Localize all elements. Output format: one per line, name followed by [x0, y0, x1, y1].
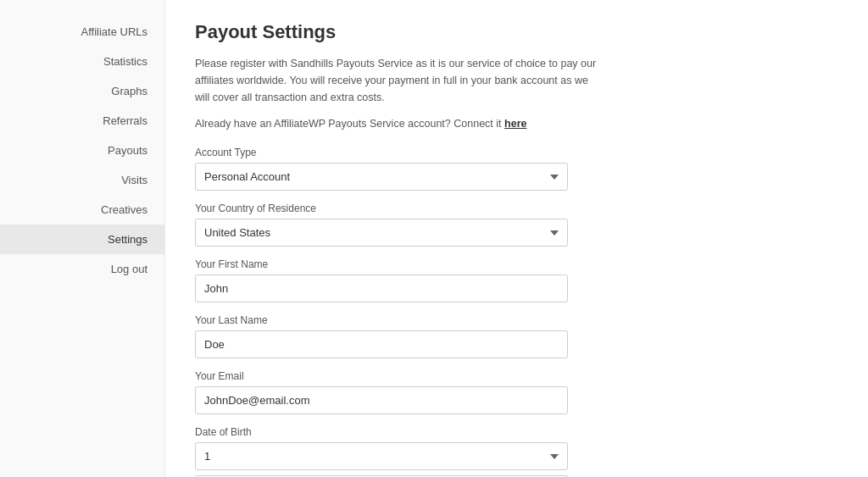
last-name-input[interactable]	[195, 330, 568, 358]
first-name-input[interactable]	[195, 275, 568, 302]
email-input[interactable]	[195, 386, 568, 414]
account-type-label: Account Type	[195, 147, 838, 158]
dob-group: Date of Birth 12345 678910 1520253031 Ja…	[195, 426, 838, 477]
dob-day-select[interactable]: 12345 678910 1520253031	[195, 442, 568, 470]
first-name-label: Your First Name	[195, 258, 838, 270]
description-text: Please register with Sandhills Payouts S…	[195, 55, 602, 106]
page-title: Payout Settings	[195, 21, 838, 43]
account-type-group: Account Type Personal Account Business A…	[195, 147, 838, 191]
sidebar: Affiliate URLs Statistics Graphs Referra…	[0, 0, 165, 477]
dob-label: Date of Birth	[195, 426, 838, 438]
sidebar-item-affiliate-urls[interactable]: Affiliate URLs	[0, 17, 164, 47]
sidebar-item-settings[interactable]: Settings	[0, 225, 164, 254]
connect-link-text: Already have an AffiliateWP Payouts Serv…	[195, 118, 838, 130]
sidebar-item-statistics[interactable]: Statistics	[0, 47, 164, 76]
connect-here-link[interactable]: here	[504, 118, 526, 130]
sidebar-item-visits[interactable]: Visits	[0, 165, 164, 195]
email-label: Your Email	[195, 370, 838, 382]
first-name-group: Your First Name	[195, 258, 838, 302]
account-type-select[interactable]: Personal Account Business Account	[195, 163, 568, 191]
main-content: Payout Settings Please register with San…	[165, 0, 868, 477]
country-label: Your Country of Residence	[195, 202, 838, 214]
last-name-label: Your Last Name	[195, 314, 838, 326]
email-group: Your Email	[195, 370, 838, 414]
app-window: Affiliate URLs Statistics Graphs Referra…	[0, 0, 868, 477]
sidebar-item-referrals[interactable]: Referrals	[0, 106, 164, 136]
sidebar-item-logout[interactable]: Log out	[0, 254, 164, 284]
dob-selects: 12345 678910 1520253031 JanuaryFebruaryM…	[195, 442, 838, 477]
sidebar-item-payouts[interactable]: Payouts	[0, 136, 164, 165]
sidebar-item-creatives[interactable]: Creatives	[0, 195, 164, 225]
last-name-group: Your Last Name	[195, 314, 838, 358]
country-select[interactable]: United States United Kingdom Canada Aust…	[195, 219, 568, 247]
sidebar-item-graphs[interactable]: Graphs	[0, 76, 164, 106]
country-group: Your Country of Residence United States …	[195, 202, 838, 247]
